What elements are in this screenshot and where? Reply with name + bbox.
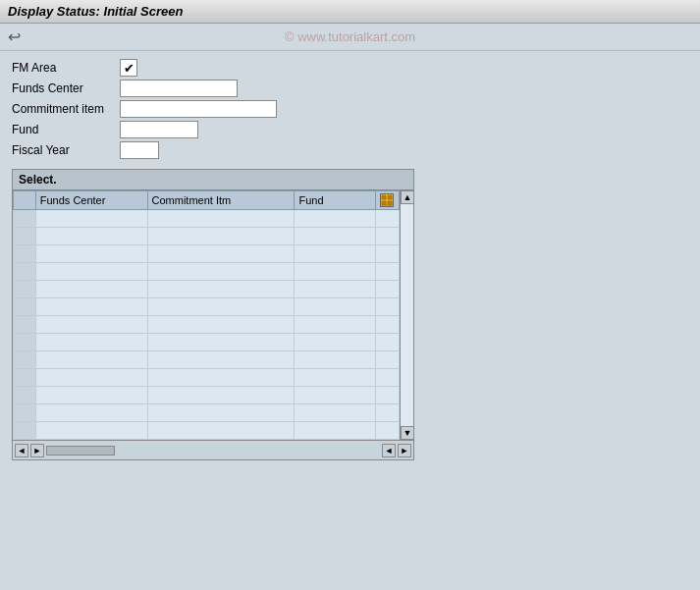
row-fund	[295, 387, 376, 404]
h-scroll-thumb[interactable]	[46, 446, 115, 456]
table-row	[14, 281, 400, 298]
row-check-cell[interactable]	[14, 263, 36, 281]
scroll-left-arrow[interactable]: ◄	[382, 444, 396, 457]
fm-area-check-value: ✔	[124, 61, 135, 76]
row-icon-cell	[376, 298, 400, 316]
table-row	[14, 334, 400, 351]
scroll-right-arrow[interactable]: ►	[398, 444, 411, 457]
fiscal-year-row: Fiscal Year	[12, 141, 688, 159]
bottom-scrollbar: ◄ ► ◄ ►	[13, 440, 413, 459]
row-fund	[295, 228, 376, 245]
row-commitment-itm	[147, 228, 295, 245]
grid-settings-icon[interactable]	[380, 193, 394, 207]
row-check-cell[interactable]	[14, 422, 36, 440]
row-funds-center	[35, 404, 147, 422]
row-icon-cell	[376, 210, 400, 228]
row-icon-cell	[376, 316, 400, 334]
row-funds-center	[35, 369, 147, 387]
row-commitment-itm	[147, 316, 295, 334]
vertical-scrollbar[interactable]: ▲ ▼	[400, 190, 413, 440]
row-icon-cell	[376, 263, 400, 281]
row-icon-cell	[376, 387, 400, 404]
row-check-cell[interactable]	[14, 369, 36, 387]
row-commitment-itm	[147, 422, 295, 440]
watermark: © www.tutorialkart.com	[285, 29, 415, 44]
row-icon-cell	[376, 281, 400, 298]
row-check-cell[interactable]	[14, 245, 36, 263]
funds-center-input[interactable]	[120, 80, 238, 97]
page-title: Display Status: Initial Screen	[8, 4, 183, 19]
row-icon-cell	[376, 351, 400, 369]
row-funds-center	[35, 422, 147, 440]
row-funds-center	[35, 228, 147, 245]
col-header-commitment-itm: Commitment Itm	[147, 191, 295, 210]
table-row	[14, 228, 400, 245]
row-fund	[295, 210, 376, 228]
fm-area-row: FM Area ✔	[12, 59, 688, 77]
row-commitment-itm	[147, 387, 295, 404]
table-row	[14, 422, 400, 440]
row-fund	[295, 422, 376, 440]
col-header-fund: Fund	[295, 191, 376, 210]
row-fund	[295, 404, 376, 422]
fiscal-year-input[interactable]	[120, 141, 159, 159]
col-header-check	[14, 191, 36, 210]
row-check-cell[interactable]	[14, 334, 36, 351]
select-header: Select.	[13, 170, 413, 190]
bottom-scroll-right: ◄ ►	[382, 444, 411, 457]
row-commitment-itm	[147, 245, 295, 263]
row-funds-center	[35, 298, 147, 316]
scroll-up-arrow[interactable]: ▲	[401, 190, 414, 204]
row-commitment-itm	[147, 263, 295, 281]
row-icon-cell	[376, 334, 400, 351]
title-bar: Display Status: Initial Screen	[0, 0, 700, 24]
row-check-cell[interactable]	[14, 228, 36, 245]
fiscal-year-label: Fiscal Year	[12, 143, 120, 157]
data-table: Funds Center Commitment Itm Fund	[13, 190, 400, 440]
bottom-scroll-left: ◄ ►	[15, 444, 382, 457]
row-funds-center	[35, 387, 147, 404]
row-commitment-itm	[147, 369, 295, 387]
commitment-item-label: Commitment item	[12, 102, 120, 116]
commitment-item-row: Commitment item	[12, 100, 688, 118]
scroll-down-arrow[interactable]: ▼	[401, 426, 414, 440]
fund-input[interactable]	[120, 121, 198, 138]
table-row	[14, 263, 400, 281]
row-icon-cell	[376, 404, 400, 422]
row-icon-cell	[376, 369, 400, 387]
fund-row: Fund	[12, 121, 688, 138]
row-funds-center	[35, 281, 147, 298]
table-row	[14, 369, 400, 387]
scroll-track-v[interactable]	[401, 204, 413, 426]
back-icon[interactable]: ↩	[8, 27, 21, 46]
row-commitment-itm	[147, 404, 295, 422]
row-fund	[295, 334, 376, 351]
commitment-item-input[interactable]	[120, 100, 277, 118]
table-main: Funds Center Commitment Itm Fund	[13, 190, 400, 440]
row-commitment-itm	[147, 281, 295, 298]
row-icon-cell	[376, 228, 400, 245]
fund-label: Fund	[12, 123, 120, 136]
nav-next-button[interactable]: ►	[30, 444, 44, 457]
row-commitment-itm	[147, 298, 295, 316]
row-funds-center	[35, 316, 147, 334]
row-fund	[295, 298, 376, 316]
funds-center-label: Funds Center	[12, 81, 120, 95]
form-area: FM Area ✔ Funds Center Commitment item F…	[12, 59, 688, 159]
row-fund	[295, 316, 376, 334]
table-row	[14, 387, 400, 404]
table-row	[14, 210, 400, 228]
row-check-cell[interactable]	[14, 351, 36, 369]
svg-rect-3	[388, 201, 392, 205]
table-row	[14, 245, 400, 263]
row-check-cell[interactable]	[14, 281, 36, 298]
row-check-cell[interactable]	[14, 404, 36, 422]
nav-prev-button[interactable]: ◄	[15, 444, 28, 457]
row-check-cell[interactable]	[14, 298, 36, 316]
col-header-funds-center: Funds Center	[35, 191, 147, 210]
row-check-cell[interactable]	[14, 316, 36, 334]
row-check-cell[interactable]	[14, 387, 36, 404]
row-check-cell[interactable]	[14, 210, 36, 228]
fm-area-checkbox[interactable]: ✔	[120, 59, 137, 77]
table-row	[14, 351, 400, 369]
